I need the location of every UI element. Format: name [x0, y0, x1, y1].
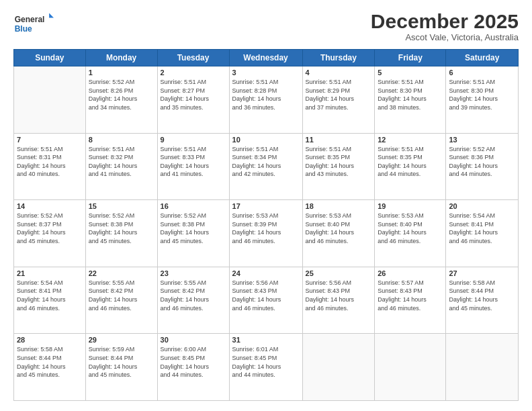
day-number: 30	[161, 336, 226, 344]
day-cell: 24Sunrise: 5:56 AMSunset: 8:43 PMDayligh…	[229, 267, 302, 334]
day-number: 13	[449, 136, 515, 144]
day-info: Sunrise: 5:51 AMSunset: 8:30 PMDaylight:…	[378, 78, 443, 111]
location: Ascot Vale, Victoria, Australia	[371, 32, 519, 42]
day-cell	[375, 334, 446, 401]
day-info: Sunrise: 5:55 AMSunset: 8:42 PMDaylight:…	[89, 279, 154, 312]
day-number: 27	[449, 269, 515, 277]
day-info: Sunrise: 5:51 AMSunset: 8:27 PMDaylight:…	[161, 78, 226, 111]
day-number: 23	[161, 269, 226, 277]
week-row-1: 1Sunrise: 5:52 AMSunset: 8:26 PMDaylight…	[14, 66, 519, 134]
day-info: Sunrise: 5:58 AMSunset: 8:44 PMDaylight:…	[449, 279, 515, 312]
day-header-wednesday: Wednesday	[229, 50, 302, 66]
day-info: Sunrise: 5:54 AMSunset: 8:41 PMDaylight:…	[449, 212, 515, 245]
day-number: 1	[89, 68, 154, 77]
day-cell: 4Sunrise: 5:51 AMSunset: 8:29 PMDaylight…	[302, 66, 375, 134]
day-info: Sunrise: 5:52 AMSunset: 8:37 PMDaylight:…	[17, 212, 83, 245]
svg-text:Blue: Blue	[15, 24, 32, 34]
day-header-sunday: Sunday	[14, 50, 86, 66]
day-number: 10	[232, 136, 300, 144]
day-info: Sunrise: 5:52 AMSunset: 8:26 PMDaylight:…	[89, 78, 154, 111]
day-info: Sunrise: 5:53 AMSunset: 8:40 PMDaylight:…	[306, 212, 372, 245]
logo: General Blue	[13, 10, 54, 37]
day-number: 22	[89, 269, 154, 277]
day-info: Sunrise: 5:51 AMSunset: 8:30 PMDaylight:…	[449, 78, 515, 111]
day-cell: 23Sunrise: 5:55 AMSunset: 8:42 PMDayligh…	[157, 267, 229, 334]
day-number: 28	[17, 336, 83, 344]
day-cell: 1Sunrise: 5:52 AMSunset: 8:26 PMDaylight…	[85, 66, 157, 134]
day-info: Sunrise: 5:56 AMSunset: 8:43 PMDaylight:…	[232, 279, 300, 312]
month-title: December 2025	[371, 10, 519, 32]
day-info: Sunrise: 5:52 AMSunset: 8:38 PMDaylight:…	[161, 212, 226, 245]
day-info: Sunrise: 5:51 AMSunset: 8:31 PMDaylight:…	[17, 145, 83, 179]
day-info: Sunrise: 6:00 AMSunset: 8:45 PMDaylight:…	[161, 345, 226, 379]
day-cell: 15Sunrise: 5:52 AMSunset: 8:38 PMDayligh…	[85, 200, 157, 267]
day-info: Sunrise: 5:57 AMSunset: 8:43 PMDaylight:…	[378, 279, 443, 312]
day-info: Sunrise: 5:53 AMSunset: 8:40 PMDaylight:…	[378, 212, 443, 245]
day-cell: 3Sunrise: 5:51 AMSunset: 8:28 PMDaylight…	[229, 66, 302, 134]
day-header-saturday: Saturday	[446, 50, 519, 66]
title-area: December 2025 Ascot Vale, Victoria, Aust…	[371, 10, 519, 42]
day-number: 6	[449, 68, 515, 77]
day-info: Sunrise: 5:51 AMSunset: 8:33 PMDaylight:…	[161, 145, 226, 179]
day-number: 15	[89, 202, 154, 210]
day-cell: 2Sunrise: 5:51 AMSunset: 8:27 PMDaylight…	[157, 66, 229, 134]
day-info: Sunrise: 5:51 AMSunset: 8:35 PMDaylight:…	[378, 145, 443, 179]
day-info: Sunrise: 5:51 AMSunset: 8:34 PMDaylight:…	[232, 145, 300, 179]
day-info: Sunrise: 5:51 AMSunset: 8:28 PMDaylight:…	[232, 78, 300, 111]
day-info: Sunrise: 5:51 AMSunset: 8:32 PMDaylight:…	[89, 145, 154, 179]
day-number: 4	[306, 68, 372, 77]
header: General Blue December 2025 Ascot Vale, V…	[13, 10, 519, 42]
day-header-monday: Monday	[85, 50, 157, 66]
svg-text:General: General	[15, 15, 45, 24]
day-header-friday: Friday	[375, 50, 446, 66]
day-info: Sunrise: 5:52 AMSunset: 8:38 PMDaylight:…	[89, 212, 154, 245]
day-number: 12	[378, 136, 443, 144]
day-number: 16	[161, 202, 226, 210]
day-info: Sunrise: 5:51 AMSunset: 8:29 PMDaylight:…	[306, 78, 372, 111]
day-number: 11	[306, 136, 372, 144]
week-row-5: 28Sunrise: 5:58 AMSunset: 8:44 PMDayligh…	[14, 334, 519, 401]
week-row-3: 14Sunrise: 5:52 AMSunset: 8:37 PMDayligh…	[14, 200, 519, 267]
day-cell: 9Sunrise: 5:51 AMSunset: 8:33 PMDaylight…	[157, 133, 229, 200]
day-number: 14	[17, 202, 83, 210]
day-cell: 13Sunrise: 5:52 AMSunset: 8:36 PMDayligh…	[446, 133, 519, 200]
day-cell: 17Sunrise: 5:53 AMSunset: 8:39 PMDayligh…	[229, 200, 302, 267]
day-cell: 16Sunrise: 5:52 AMSunset: 8:38 PMDayligh…	[157, 200, 229, 267]
day-cell: 20Sunrise: 5:54 AMSunset: 8:41 PMDayligh…	[446, 200, 519, 267]
day-cell: 31Sunrise: 6:01 AMSunset: 8:45 PMDayligh…	[229, 334, 302, 401]
day-cell	[446, 334, 519, 401]
day-number: 5	[378, 68, 443, 77]
day-cell: 21Sunrise: 5:54 AMSunset: 8:41 PMDayligh…	[14, 267, 86, 334]
day-cell: 11Sunrise: 5:51 AMSunset: 8:35 PMDayligh…	[302, 133, 375, 200]
day-cell: 5Sunrise: 5:51 AMSunset: 8:30 PMDaylight…	[375, 66, 446, 134]
day-cell: 6Sunrise: 5:51 AMSunset: 8:30 PMDaylight…	[446, 66, 519, 134]
day-cell: 29Sunrise: 5:59 AMSunset: 8:44 PMDayligh…	[85, 334, 157, 401]
day-info: Sunrise: 5:51 AMSunset: 8:35 PMDaylight:…	[306, 145, 372, 179]
day-cell: 8Sunrise: 5:51 AMSunset: 8:32 PMDaylight…	[85, 133, 157, 200]
day-cell: 10Sunrise: 5:51 AMSunset: 8:34 PMDayligh…	[229, 133, 302, 200]
day-number: 20	[449, 202, 515, 210]
day-cell: 12Sunrise: 5:51 AMSunset: 8:35 PMDayligh…	[375, 133, 446, 200]
day-number: 18	[306, 202, 372, 210]
calendar-table: SundayMondayTuesdayWednesdayThursdayFrid…	[13, 49, 519, 401]
day-number: 31	[232, 336, 300, 344]
day-cell	[14, 66, 86, 134]
day-number: 24	[232, 269, 300, 277]
day-cell: 25Sunrise: 5:56 AMSunset: 8:43 PMDayligh…	[302, 267, 375, 334]
calendar-header-row: SundayMondayTuesdayWednesdayThursdayFrid…	[14, 50, 519, 66]
day-number: 8	[89, 136, 154, 144]
day-cell: 30Sunrise: 6:00 AMSunset: 8:45 PMDayligh…	[157, 334, 229, 401]
day-info: Sunrise: 5:55 AMSunset: 8:42 PMDaylight:…	[161, 279, 226, 312]
day-info: Sunrise: 5:53 AMSunset: 8:39 PMDaylight:…	[232, 212, 300, 245]
day-info: Sunrise: 5:59 AMSunset: 8:44 PMDaylight:…	[89, 345, 154, 379]
week-row-4: 21Sunrise: 5:54 AMSunset: 8:41 PMDayligh…	[14, 267, 519, 334]
day-info: Sunrise: 5:54 AMSunset: 8:41 PMDaylight:…	[17, 279, 83, 312]
day-cell: 22Sunrise: 5:55 AMSunset: 8:42 PMDayligh…	[85, 267, 157, 334]
day-cell: 18Sunrise: 5:53 AMSunset: 8:40 PMDayligh…	[302, 200, 375, 267]
day-info: Sunrise: 6:01 AMSunset: 8:45 PMDaylight:…	[232, 345, 300, 379]
day-number: 29	[89, 336, 154, 344]
day-info: Sunrise: 5:58 AMSunset: 8:44 PMDaylight:…	[17, 345, 83, 379]
day-number: 21	[17, 269, 83, 277]
day-number: 9	[161, 136, 226, 144]
day-number: 26	[378, 269, 443, 277]
